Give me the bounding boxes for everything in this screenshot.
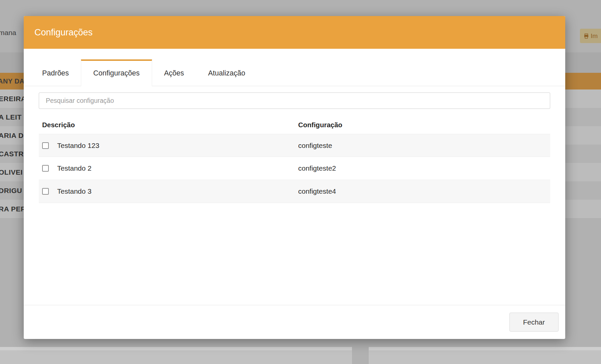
column-header-descricao: Descrição (39, 121, 298, 129)
background-panel-right (369, 347, 601, 364)
modal-header: Configurações (24, 16, 565, 49)
print-button[interactable]: Im (580, 29, 601, 43)
tab-padroes[interactable]: Padrões (30, 59, 81, 86)
search-input[interactable] (39, 93, 550, 109)
table-row: Testando 123 configteste (39, 134, 550, 157)
tab-label: Configurações (93, 69, 140, 77)
row-checkbox[interactable] (42, 188, 49, 195)
row-configuration: configteste2 (298, 164, 336, 172)
row-checkbox[interactable] (42, 142, 49, 149)
tab-label: Padrões (42, 69, 69, 77)
background-table-header-label: ANY DA (0, 77, 24, 85)
background-row-text: ARIA D (0, 132, 24, 140)
row-checkbox[interactable] (42, 165, 49, 172)
row-description: Testando 123 (57, 142, 99, 150)
background-row-text: DRIGU (0, 187, 22, 195)
background-row-text: OLIVEI (0, 168, 23, 176)
printer-icon (583, 33, 589, 39)
table-row: Testando 2 configteste2 (39, 157, 550, 180)
close-button[interactable]: Fechar (509, 313, 559, 332)
tab-atualizacao[interactable]: Atualização (196, 59, 257, 86)
config-table: Testando 123 configteste Testando 2 conf… (39, 134, 550, 203)
background-panel-left (0, 347, 352, 364)
row-configuration: configteste (298, 142, 332, 150)
tab-configuracoes[interactable]: Configurações (81, 59, 152, 86)
search-wrapper (39, 93, 550, 109)
modal-title: Configurações (34, 27, 93, 38)
print-button-label: Im (591, 32, 598, 40)
tab-label: Ações (164, 69, 184, 77)
table-row: Testando 3 configteste4 (39, 180, 550, 203)
background-text-fragment: mana (0, 29, 16, 37)
tab-acoes[interactable]: Ações (152, 59, 196, 86)
row-description: Testando 3 (57, 187, 92, 195)
tab-label: Atualização (208, 69, 245, 77)
table-header: Descrição Configuração (39, 121, 550, 129)
tab-bar: Padrões Configurações Ações Atualização (24, 59, 565, 86)
row-description: Testando 2 (57, 164, 92, 172)
background-row-text: RA PER (0, 205, 26, 213)
row-configuration: configteste4 (298, 187, 336, 195)
background-row-text: EREIRA (0, 95, 26, 103)
settings-modal: Configurações Padrões Configurações Açõe… (24, 16, 565, 339)
modal-footer: Fechar (24, 305, 565, 339)
background-row-text: A LEIT (0, 113, 22, 121)
column-header-configuracao: Configuração (298, 121, 342, 129)
